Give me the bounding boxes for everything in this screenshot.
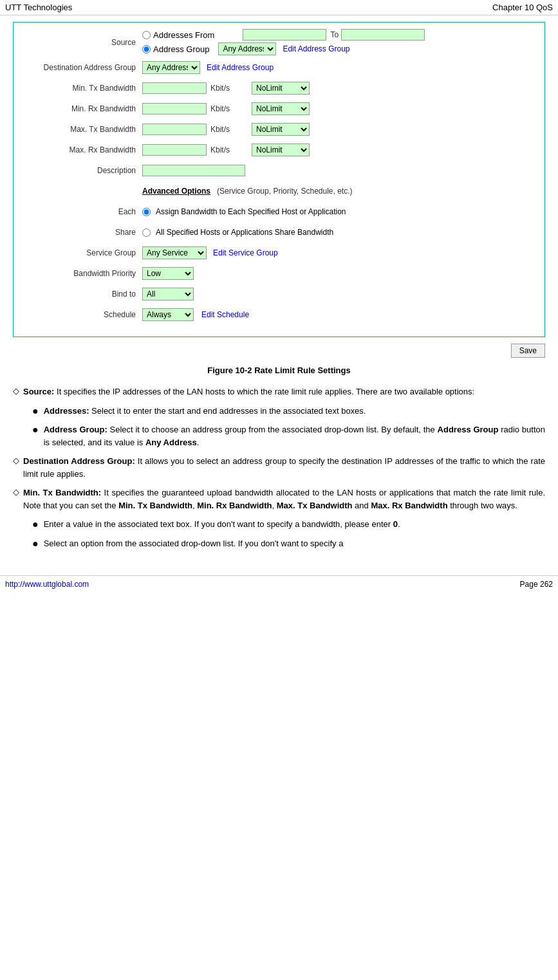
bw-priority-dropdown[interactable]: Low (142, 267, 194, 280)
dest-section: ◇ Destination Address Group: It allows y… (13, 455, 545, 480)
select-option-bullet-dot: ● (32, 537, 39, 550)
maxrx-bold: Max. Rx Bandwidth (371, 501, 447, 510)
max-rx-unit: Kbit/s (210, 145, 230, 154)
zero-bold: 0 (393, 519, 398, 529)
mintx-section: ◇ Min. Tx Bandwidth: It specifies the gu… (13, 486, 545, 512)
max-rx-bw-label: Max. Rx Bandwidth (26, 145, 142, 154)
source-bullets: ● Addresses: Select it to enter the star… (32, 405, 545, 449)
address-group-bullet-dot: ● (32, 423, 39, 436)
max-rx-nolimit-dropdown[interactable]: NoLimit (252, 143, 310, 156)
share-row: Share All Specified Hosts or Application… (26, 224, 532, 241)
bind-to-controls: All (142, 288, 194, 300)
addresses-from-start-input[interactable] (243, 29, 326, 41)
min-rx-bw-label: Min. Rx Bandwidth (26, 104, 142, 113)
max-tx-unit: Kbit/s (210, 125, 230, 134)
enter-value-bullet-dot: ● (32, 518, 39, 530)
figure-caption: Figure 10-2 Rate Limit Rule Settings (13, 365, 545, 375)
addresses-bullet: ● Addresses: Select it to enter the star… (32, 405, 545, 418)
addresses-from-radio[interactable] (142, 31, 151, 39)
max-tx-bw-input[interactable] (142, 124, 207, 135)
share-label: Share (26, 228, 142, 237)
max-rx-bw-input[interactable] (142, 144, 207, 156)
maxtx-bold: Max. Tx Bandwidth (277, 501, 353, 510)
advanced-options-desc: (Service Group, Priority, Schedule, etc.… (217, 187, 353, 196)
source-row: Source Addresses From To Address Group (26, 29, 532, 55)
max-tx-bw-row: Max. Tx Bandwidth Kbit/s NoLimit (26, 121, 532, 138)
service-group-row: Service Group Any Service Edit Service G… (26, 245, 532, 261)
edit-schedule-link[interactable]: Edit Schedule (201, 310, 249, 319)
address-group-radio[interactable] (142, 45, 151, 53)
each-option-text: Assign Bandwidth to Each Specified Host … (156, 207, 346, 216)
save-row: Save (13, 344, 545, 358)
schedule-dropdown[interactable]: Always (142, 308, 194, 321)
mintx-section-text: Min. Tx Bandwidth: It specifies the guar… (23, 486, 545, 512)
min-tx-bw-input[interactable] (142, 82, 207, 94)
select-option-bullet-text: Select an option from the associated dro… (44, 537, 344, 550)
bw-priority-label: Bandwidth Priority (26, 269, 142, 278)
minrx-bold: Min. Rx Bandwidth (197, 501, 272, 510)
edit-service-group-link[interactable]: Edit Service Group (213, 248, 278, 257)
edit-address-group-dest-link[interactable]: Edit Address Group (207, 63, 274, 72)
footer-link[interactable]: http://www.uttglobal.com (5, 580, 89, 589)
min-rx-bw-input[interactable] (142, 103, 207, 115)
edit-address-group-link[interactable]: Edit Address Group (283, 44, 349, 53)
address-group-bold2: Address Group (438, 425, 499, 434)
mintx-diamond: ◇ (13, 487, 19, 497)
source-diamond: ◇ (13, 386, 19, 396)
min-tx-bw-row: Min. Tx Bandwidth Kbit/s NoLimit (26, 80, 532, 97)
bw-priority-controls: Low (142, 267, 194, 280)
share-radio[interactable] (142, 228, 151, 237)
source-section: ◇ Source: It specifies the IP addresses … (13, 385, 545, 398)
min-tx-nolimit-dropdown[interactable]: NoLimit (252, 82, 310, 95)
bind-to-dropdown[interactable]: All (142, 288, 194, 300)
share-controls: All Specified Hosts or Applications Shar… (142, 228, 333, 237)
address-group-dropdown[interactable]: Any Address (218, 42, 276, 55)
dest-address-group-dropdown[interactable]: Any Address (142, 61, 200, 74)
source-radio-group: Addresses From To Address Group Any Addr… (142, 29, 425, 55)
advanced-options-controls: Advanced Options (Service Group, Priorit… (142, 187, 353, 196)
source-controls: Addresses From To Address Group Any Addr… (142, 29, 425, 55)
address-group-row: Address Group Any Address Edit Address G… (142, 42, 425, 55)
min-rx-bw-row: Min. Rx Bandwidth Kbit/s NoLimit (26, 100, 532, 117)
addresses-from-label: Addresses From (153, 30, 214, 40)
max-tx-nolimit-dropdown[interactable]: NoLimit (252, 123, 310, 136)
dest-diamond: ◇ (13, 456, 19, 465)
min-rx-unit: Kbit/s (210, 104, 230, 113)
min-tx-unit: Kbit/s (210, 84, 230, 93)
address-group-bold: Address Group: (44, 425, 107, 434)
source-label: Source (26, 38, 142, 47)
share-option-text: All Specified Hosts or Applications Shar… (156, 228, 333, 237)
page-header: UTT Technologies Chapter 10 QoS (0, 0, 558, 15)
addresses-from-end-input[interactable] (341, 29, 425, 41)
source-bold: Source: (23, 387, 54, 396)
each-controls: Assign Bandwidth to Each Specified Host … (142, 207, 346, 216)
min-rx-controls: Kbit/s NoLimit (142, 102, 310, 115)
each-radio[interactable] (142, 208, 151, 216)
dest-bold: Destination Address Group: (23, 456, 135, 466)
page-footer: http://www.uttglobal.com Page 262 (0, 575, 558, 593)
enter-value-bullet-text: Enter a value in the associated text box… (44, 518, 400, 531)
max-tx-bw-label: Max. Tx Bandwidth (26, 125, 142, 134)
schedule-label: Schedule (26, 310, 142, 319)
dest-address-group-row: Destination Address Group Any Address Ed… (26, 59, 532, 76)
service-group-dropdown[interactable]: Any Service (142, 246, 207, 259)
header-left: UTT Technologies (5, 3, 72, 12)
header-right: Chapter 10 QoS (492, 3, 553, 12)
dest-section-text: Destination Address Group: It allows you… (23, 455, 545, 480)
min-rx-nolimit-dropdown[interactable]: NoLimit (252, 102, 310, 115)
save-button[interactable]: Save (511, 344, 545, 358)
description-input[interactable] (142, 165, 245, 176)
schedule-controls: Always Edit Schedule (142, 308, 249, 321)
min-tx-bw-label: Min. Tx Bandwidth (26, 84, 142, 93)
mintx-bold2: Min. Tx Bandwidth (118, 501, 192, 510)
bind-to-label: Bind to (26, 290, 142, 299)
each-row: Each Assign Bandwidth to Each Specified … (26, 203, 532, 220)
description-row: Description (26, 162, 532, 179)
mintx-bold: Min. Tx Bandwidth: (23, 488, 101, 497)
advanced-options-link[interactable]: Advanced Options (142, 187, 210, 196)
description-label: Description (26, 166, 142, 175)
addresses-bullet-dot: ● (32, 405, 39, 417)
source-section-text: Source: It specifies the IP addresses of… (23, 385, 474, 398)
dest-controls: Any Address Edit Address Group (142, 61, 274, 74)
address-group-bullet-text: Address Group: Select it to choose an ad… (44, 423, 545, 448)
